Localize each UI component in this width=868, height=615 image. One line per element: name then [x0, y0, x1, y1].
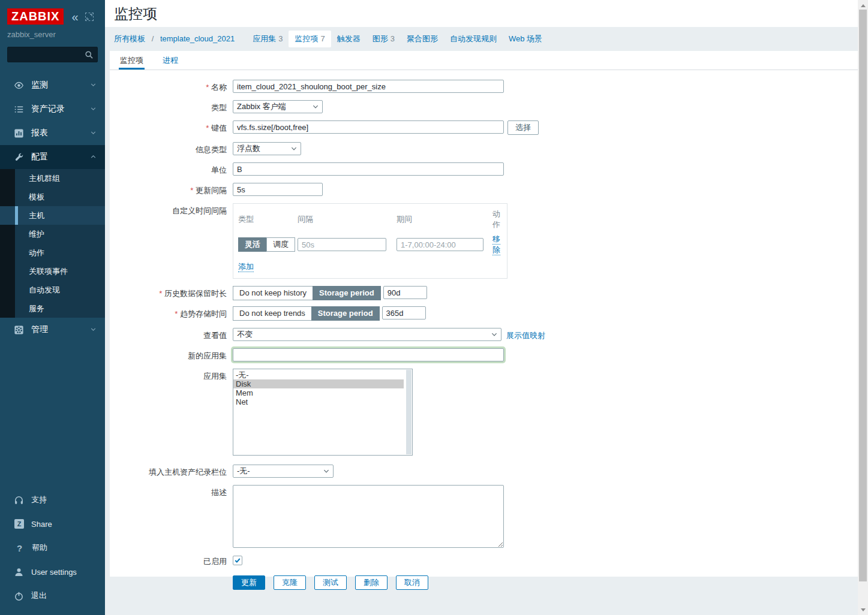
menu-label: 报表 [31, 128, 48, 138]
sidebar-item-share[interactable]: Z Share [0, 512, 105, 536]
history-storage-button[interactable]: Storage period [313, 286, 381, 300]
populates-inventory-select[interactable]: -无- [233, 465, 334, 478]
applications-listbox[interactable]: -无- Disk Mem Net [233, 369, 413, 456]
sidebar-item-monitoring[interactable]: 监测 [0, 73, 105, 97]
sidebar-item-reports[interactable]: 报表 [0, 121, 105, 145]
sidebar-item-logout[interactable]: 退出 [0, 584, 105, 608]
sidebar-item-maintenance[interactable]: 维护 [0, 225, 105, 243]
row-populates-inventory: 填入主机资产纪录栏位 -无- [110, 465, 858, 478]
sidebar-footer: 支持 Z Share ? 帮助 User settings 退出 [0, 488, 105, 608]
menu-label: 监测 [31, 80, 48, 91]
enabled-checkbox[interactable] [233, 556, 242, 565]
sidebar-collapse-icon[interactable]: « [71, 11, 78, 23]
footer-label: 帮助 [32, 542, 47, 553]
breadcrumb-template-name[interactable]: template_cloud_2021 [160, 34, 235, 43]
new-application-input[interactable] [233, 348, 504, 361]
trends-off-button[interactable]: Do not keep trends [233, 306, 312, 321]
wrench-icon [14, 152, 24, 162]
trends-label: 趋势存储时间 [110, 306, 227, 319]
update-interval-label: 更新间隔 [110, 183, 227, 196]
key-select-button[interactable]: 选择 [507, 120, 539, 135]
application-option[interactable]: -无- [233, 370, 404, 379]
row-enabled: 已启用 [110, 556, 858, 567]
custom-intervals-label: 自定义时间间隔 [110, 203, 227, 216]
chevron-down-icon [90, 82, 97, 88]
show-value-select[interactable]: 不变 [233, 328, 501, 341]
page-header: 监控项 [105, 0, 858, 27]
breadcrumb: 所有模板 / template_cloud_2021 [114, 34, 235, 44]
history-off-button[interactable]: Do not keep history [233, 286, 313, 300]
sidebar-item-help[interactable]: ? 帮助 [0, 536, 105, 560]
description-textarea[interactable] [233, 485, 504, 548]
row-trends: 趋势存储时间 Do not keep trends Storage period [110, 306, 858, 321]
interval-period-input[interactable] [397, 238, 483, 251]
tab-screens[interactable]: 聚合图形 [401, 31, 444, 47]
application-option[interactable]: Mem [233, 388, 404, 397]
sidebar-item-services[interactable]: 服务 [0, 299, 105, 318]
menu-label: 配置 [31, 152, 48, 162]
sidebar-item-administration[interactable]: 管理 [0, 318, 105, 342]
tab-items[interactable]: 监控项7 [289, 31, 331, 47]
trends-period-input[interactable] [382, 306, 426, 319]
name-label: 名称 [110, 80, 227, 93]
update-interval-input[interactable] [233, 183, 323, 196]
show-value-mappings-link[interactable]: 展示值映射 [506, 328, 545, 341]
description-label: 描述 [110, 485, 227, 498]
zabbix-logo: ZABBIX [7, 8, 64, 25]
tab-discovery-rules[interactable]: 自动发现规则 [444, 31, 503, 47]
clone-button[interactable]: 克隆 [274, 575, 306, 590]
history-period-input[interactable] [383, 286, 427, 299]
sidebar-item-discovery[interactable]: 自动发现 [0, 281, 105, 299]
sidebar-item-support[interactable]: 支持 [0, 488, 105, 512]
sidebar-item-templates[interactable]: 模板 [0, 188, 105, 206]
test-button[interactable]: 测试 [314, 575, 347, 590]
breadcrumb-all-templates[interactable]: 所有模板 [114, 34, 145, 43]
units-input[interactable] [233, 162, 504, 176]
type-select[interactable]: Zabbix 客户端 [233, 100, 323, 113]
trends-storage-button[interactable]: Storage period [311, 306, 380, 321]
scrollbar-up-arrow[interactable] [858, 1, 868, 10]
tab-triggers[interactable]: 触发器 [331, 31, 367, 47]
flexible-toggle-button[interactable]: 灵活 [238, 237, 267, 252]
sidebar-item-hosts[interactable]: 主机 [0, 206, 105, 225]
sidebar-item-configuration[interactable]: 配置 [0, 145, 105, 169]
subtab-item[interactable]: 监控项 [119, 51, 145, 70]
gear-icon [14, 325, 24, 335]
chevron-down-icon [90, 326, 97, 333]
page-scrollbar[interactable] [858, 0, 868, 615]
scrollbar-down-arrow[interactable] [858, 605, 868, 614]
sidebar-item-host-groups[interactable]: 主机群组 [0, 169, 105, 188]
key-input[interactable] [233, 120, 504, 134]
application-option-selected[interactable]: Disk [233, 379, 404, 388]
sidebar-item-user-settings[interactable]: User settings [0, 560, 105, 584]
sidebar-expand-icon[interactable] [85, 13, 94, 21]
chevron-down-icon [90, 105, 97, 112]
sidebar-menu: 监测 资产记录 报表 配置 主机群组 模板 主机 维护 动作 关联项事件 自动发… [0, 73, 105, 342]
sidebar-item-actions[interactable]: 动作 [0, 243, 105, 262]
tab-graphs[interactable]: 图形3 [367, 31, 401, 47]
name-input[interactable] [233, 80, 504, 93]
interval-delay-input[interactable] [298, 238, 386, 251]
subtab-preprocessing[interactable]: 进程 [161, 51, 179, 70]
trends-toggle: Do not keep trends Storage period [233, 306, 380, 321]
sidebar-item-inventory[interactable]: 资产记录 [0, 97, 105, 121]
power-icon [14, 591, 24, 601]
chevron-down-icon [323, 468, 330, 475]
application-option[interactable]: Net [233, 397, 404, 406]
scheduling-toggle-button[interactable]: 调度 [266, 237, 295, 252]
info-type-select[interactable]: 浮点数 [233, 142, 301, 155]
add-interval-link[interactable]: 添加 [238, 262, 254, 272]
update-button[interactable]: 更新 [233, 575, 265, 590]
sidebar-item-event-correlation[interactable]: 关联项事件 [0, 262, 105, 281]
search-icon [85, 50, 94, 59]
cancel-button[interactable]: 取消 [396, 575, 428, 590]
search-input[interactable] [8, 47, 80, 62]
remove-interval-link[interactable]: 移除 [492, 234, 500, 255]
scrollbar-thumb[interactable] [859, 10, 867, 581]
delete-button[interactable]: 删除 [355, 575, 388, 590]
tab-web-scenarios[interactable]: Web 场景 [503, 31, 548, 47]
tab-applications[interactable]: 应用集3 [247, 31, 289, 47]
breadcrumb-separator: / [152, 34, 154, 43]
listbox-scrollbar[interactable] [406, 370, 412, 454]
entity-tabs: 应用集3 监控项7 触发器 图形3 聚合图形 自动发现规则 Web 场景 [247, 31, 548, 47]
